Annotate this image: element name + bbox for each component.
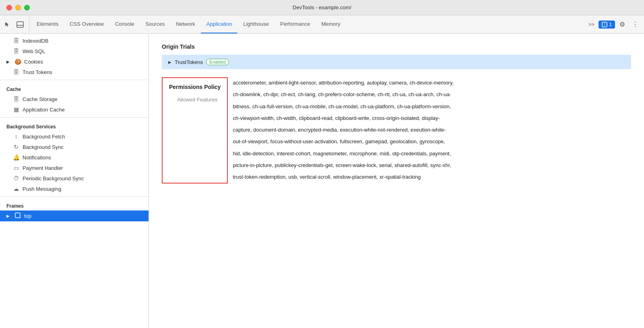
sidebar-item-top-frame[interactable]: ▶ top (0, 210, 149, 221)
svg-rect-5 (15, 213, 20, 218)
tab-bar: Elements CSS Overview Console Sources Ne… (0, 15, 644, 34)
features-list: accelerometer, ambient-light-sensor, att… (228, 77, 454, 184)
dock-icon[interactable] (14, 19, 26, 30)
sidebar-item-periodic-background-sync[interactable]: ⏱ Periodic Background Sync (0, 173, 149, 184)
tab-elements[interactable]: Elements (31, 15, 64, 33)
more-tabs-button[interactable]: >> (586, 19, 597, 30)
clock-icon: ⏱ (13, 175, 19, 182)
tab-network[interactable]: Network (170, 15, 201, 33)
allowed-features-label: Allowed Features (169, 97, 221, 103)
sidebar-item-application-cache[interactable]: ▦ Application Cache (0, 104, 149, 115)
tab-performance[interactable]: Performance (275, 15, 316, 33)
pp-layout: Permissions Policy Allowed Features acce… (162, 77, 631, 184)
arrows-updown-icon: ↕ (13, 133, 19, 140)
divider-2 (0, 117, 149, 118)
arrow-right-icon: ▶ (6, 60, 10, 64)
sidebar-cache-section-label: Cache (0, 83, 149, 94)
features-line-4: capture, document-domain, encrypted-medi… (233, 124, 454, 135)
card-icon: ▭ (13, 165, 19, 171)
window-title: DevTools - example.com/ (293, 4, 351, 10)
permissions-policy-box: Permissions Policy Allowed Features (162, 77, 228, 184)
sidebar: 🗄 IndexedDB 🗄 Web SQL ▶ 🍪 Cookies 🗄 Trus… (0, 34, 149, 328)
trust-tokens-name: TrustTokens (175, 59, 203, 65)
grid-icon: ▦ (13, 106, 19, 113)
divider-3 (0, 196, 149, 197)
tab-memory[interactable]: Memory (316, 15, 346, 33)
more-options-icon[interactable]: ⋮ (630, 19, 641, 30)
database-icon: 🗄 (13, 69, 19, 75)
main-content: 🗄 IndexedDB 🗄 Web SQL ▶ 🍪 Cookies 🗄 Trus… (0, 34, 644, 328)
sidebar-item-trust-tokens[interactable]: 🗄 Trust Tokens (0, 67, 149, 77)
cloud-icon: ☁ (13, 186, 19, 192)
features-line-5: out-of-viewport, focus-without-user-acti… (233, 136, 454, 147)
sidebar-item-cookies[interactable]: ▶ 🍪 Cookies (0, 56, 149, 67)
maximize-button[interactable] (24, 5, 30, 10)
traffic-lights (6, 5, 30, 10)
frame-icon (14, 212, 21, 219)
tab-bar-left-controls (2, 15, 29, 33)
features-line-2: bitness, ch-ua-full-version, ch-ua-mobil… (233, 101, 454, 112)
enabled-badge: Enabled (206, 59, 229, 65)
features-line-8: trust-token-redemption, usb, vertical-sc… (233, 171, 454, 182)
features-line-0: accelerometer, ambient-light-sensor, att… (233, 77, 454, 88)
sidebar-frames-label: Frames (0, 199, 149, 210)
database-icon: 🗄 (13, 48, 19, 54)
database-icon: 🗄 (13, 96, 19, 102)
cookie-icon: 🍪 (14, 58, 21, 65)
permissions-policy-section: Permissions Policy Allowed Features acce… (162, 77, 631, 184)
tab-application[interactable]: Application (201, 15, 238, 33)
sidebar-item-background-fetch[interactable]: ↕ Background Fetch (0, 131, 149, 142)
tab-css-overview[interactable]: CSS Overview (64, 15, 109, 33)
permissions-policy-title: Permissions Policy (169, 84, 221, 90)
origin-trials-title: Origin Trials (162, 43, 631, 50)
svg-rect-0 (17, 22, 23, 27)
tab-console[interactable]: Console (109, 15, 140, 33)
features-line-1: ch-downlink, ch-dpr, ch-ect, ch-lang, ch… (233, 89, 454, 100)
sidebar-item-indexed-db[interactable]: 🗄 IndexedDB (0, 35, 149, 46)
settings-gear-icon[interactable]: ⚙ (617, 19, 628, 30)
sync-icon: ↻ (13, 144, 19, 150)
tab-sources[interactable]: Sources (140, 15, 170, 33)
panel: Origin Trials ▶ TrustTokens Enabled Perm… (149, 34, 644, 328)
title-bar: DevTools - example.com/ (0, 0, 644, 15)
arrow-right-icon: ▶ (6, 214, 10, 218)
features-line-6: hid, idle-detection, interest-cohort, ma… (233, 148, 454, 159)
issues-badge-button[interactable]: 1 (599, 21, 615, 29)
features-line-7: picture-in-picture, publickey-credential… (233, 160, 454, 171)
close-button[interactable] (6, 5, 12, 10)
features-line-3: ch-viewport-width, ch-width, clipboard-r… (233, 113, 454, 124)
sidebar-item-web-sql[interactable]: 🗄 Web SQL (0, 46, 149, 56)
sidebar-item-background-sync[interactable]: ↻ Background Sync (0, 142, 149, 152)
expand-arrow-icon: ▶ (168, 60, 171, 64)
sidebar-item-cache-storage[interactable]: 🗄 Cache Storage (0, 94, 149, 104)
bell-icon: 🔔 (13, 154, 19, 161)
tab-bar-right-controls: >> 1 ⚙ ⋮ (586, 15, 644, 33)
minimize-button[interactable] (15, 5, 21, 10)
sidebar-item-payment-handler[interactable]: ▭ Payment Handler (0, 163, 149, 173)
tab-lighthouse[interactable]: Lighthouse (237, 15, 275, 33)
svg-point-4 (605, 25, 605, 26)
cursor-icon[interactable] (2, 19, 13, 30)
database-icon: 🗄 (13, 37, 19, 44)
sidebar-item-notifications[interactable]: 🔔 Notifications (0, 152, 149, 163)
divider-1 (0, 80, 149, 80)
sidebar-item-push-messaging[interactable]: ☁ Push Messaging (0, 184, 149, 194)
sidebar-background-services-label: Background Services (0, 120, 149, 131)
trust-tokens-row[interactable]: ▶ TrustTokens Enabled (162, 55, 631, 69)
